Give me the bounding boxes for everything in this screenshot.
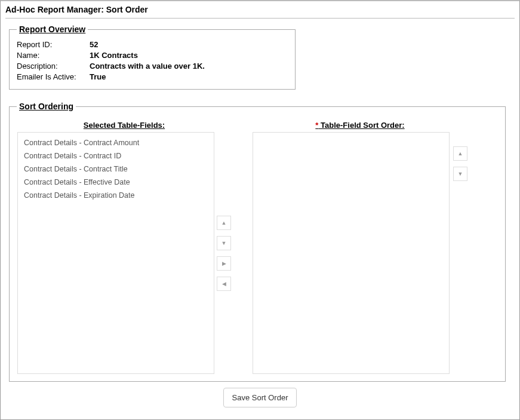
remove-from-sort-button[interactable]: ◀ [217, 277, 231, 291]
list-item[interactable]: Contract Details - Effective Date [18, 176, 214, 189]
value-name: 1K Contracts [90, 51, 138, 60]
label-report-id: Report ID: [17, 40, 90, 49]
move-up-available-button[interactable]: ▲ [217, 216, 231, 230]
sort-ordering-fieldset: Sort Ordering Selected Table-Fields: Con… [9, 102, 506, 382]
triangle-left-icon: ◀ [222, 281, 226, 287]
list-item[interactable]: Contract Details - Contract Title [18, 163, 214, 176]
move-down-sort-button[interactable]: ▼ [453, 167, 467, 181]
value-description: Contracts with a value over 1K. [90, 62, 205, 70]
list-item[interactable]: Contract Details - Expiration Date [18, 189, 214, 202]
overview-row-name: Name: 1K Contracts [17, 51, 288, 60]
table-field-sort-order-header: * Table-Field Sort Order: [315, 121, 404, 130]
save-sort-order-button[interactable]: Save Sort Order [223, 388, 297, 407]
move-up-sort-button[interactable]: ▲ [453, 146, 467, 161]
overview-row-report-id: Report ID: 52 [17, 40, 288, 49]
triangle-up-icon: ▲ [221, 220, 227, 226]
list-item[interactable]: Contract Details - Contract Amount [18, 136, 214, 149]
label-description: Description: [17, 62, 90, 70]
sort-order-header-text: Table-Field Sort Order: [321, 121, 405, 130]
value-report-id: 52 [90, 40, 98, 49]
overview-row-description: Description: Contracts with a value over… [17, 62, 288, 70]
label-name: Name: [17, 51, 90, 60]
triangle-down-icon: ▼ [221, 241, 227, 246]
title-divider [5, 18, 515, 19]
label-emailer-active: Emailer Is Active: [17, 72, 90, 81]
value-emailer-active: True [90, 72, 106, 81]
triangle-down-icon: ▼ [458, 171, 463, 177]
required-marker: * [315, 121, 318, 130]
sort-ordering-legend: Sort Ordering [17, 102, 76, 111]
available-fields-listbox[interactable]: Contract Details - Contract AmountContra… [17, 132, 214, 374]
list-item[interactable]: Contract Details - Contract ID [18, 149, 214, 163]
triangle-up-icon: ▲ [458, 151, 463, 157]
selected-table-fields-header: Selected Table-Fields: [84, 121, 165, 130]
triangle-right-icon: ▶ [222, 261, 226, 266]
page-title: Ad-Hoc Report Manager: Sort Order [1, 1, 519, 17]
report-overview-fieldset: Report Overview Report ID: 52 Name: 1K C… [9, 24, 296, 90]
sort-order-listbox[interactable] [253, 132, 450, 374]
report-overview-legend: Report Overview [17, 24, 88, 34]
overview-row-emailer: Emailer Is Active: True [17, 72, 288, 81]
add-to-sort-button[interactable]: ▶ [217, 256, 231, 271]
move-down-available-button[interactable]: ▼ [217, 236, 231, 250]
